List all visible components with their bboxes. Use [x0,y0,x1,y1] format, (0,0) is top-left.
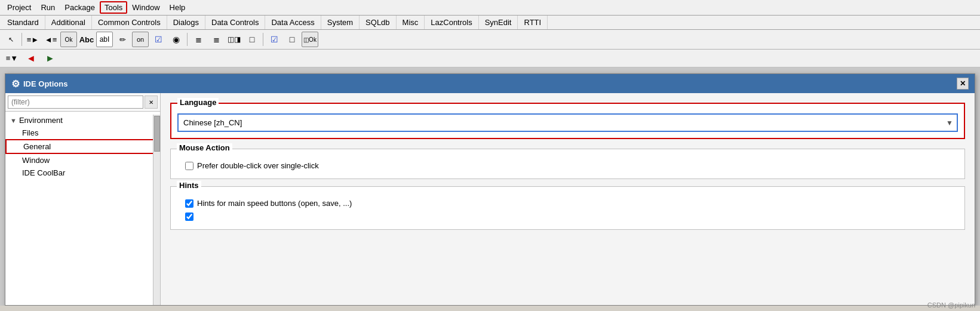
prefer-double-click-label: Prefer double-click over single-click [197,161,319,170]
tab-system[interactable]: System [321,16,360,29]
hints-extra-row [178,210,957,223]
dialog-titlebar: ⚙ IDE Options ✕ [5,74,975,93]
tab-sqldb[interactable]: SQLdb [360,16,396,29]
filter-input[interactable] [8,96,143,109]
tree-node-ide-coolbar[interactable]: IDE CoolBar [5,167,160,179]
toolbar-groupbox-btn[interactable]: □ [244,32,260,47]
menu-project[interactable]: Project [2,1,36,14]
tab-dialogs[interactable]: Dialogs [167,16,205,29]
tab-bar: Standard Additional Common Controls Dial… [0,16,980,30]
tree-expand-icon: ▼ [10,117,17,124]
toolbar-radio-btn[interactable]: ◉ [168,32,185,47]
hints-speed-buttons-label: Hints for main speed buttons (open, save… [197,199,352,208]
language-legend: Language [177,98,219,107]
toolbar-align-left-btn[interactable]: ◄≡ [42,32,59,47]
watermark: CSDN @pipikun [927,301,975,306]
prefer-double-click-checkbox[interactable] [185,162,193,170]
dialog-body: ✕ ▼ Environment Files General Window [5,93,975,305]
hints-body: Hints for main speed buttons (open, save… [171,187,964,229]
toolbar: ↖ ≡► ◄≡ Ok Abc abI ✏ on ☑ ◉ ≣ ≣ ◫◨ □ ☑ □… [0,30,980,50]
filter-clear-button[interactable]: ✕ [145,96,158,109]
hints-section: Hints Hints for main speed buttons (open… [170,186,965,230]
tree-content: ▼ Environment Files General Window IDE C… [5,112,160,305]
dialog-gear-icon: ⚙ [11,78,20,90]
toolbar-checklist-btn[interactable]: ☑ [266,32,282,47]
menu-bar: Project Run Package Tools Window Help [0,0,980,16]
toolbar-frame-btn[interactable]: □ [284,32,300,47]
tree-scrollbar-thumb [154,116,160,152]
toolbar-edit-btn[interactable]: abI [96,32,113,47]
tab-additional[interactable]: Additional [45,16,92,29]
tab-lazcontrols[interactable]: LazControls [425,16,478,29]
toolbar-align-right-btn[interactable]: ≡► [24,32,41,47]
dialog-title: IDE Options [23,79,67,88]
subtoolbar-forward-btn[interactable]: ► [42,51,59,66]
language-select-wrapper: Chinese [zh_CN] English German French Sp… [177,113,958,132]
toolbar-label-btn[interactable]: Abc [78,32,95,47]
toolbar-listbox-btn[interactable]: ≣ [190,32,207,47]
toolbar-sep-1 [21,33,22,46]
tab-data-controls[interactable]: Data Controls [205,16,265,29]
tab-synedit[interactable]: SynEdit [479,16,518,29]
hints-speed-buttons-checkbox[interactable] [185,199,193,208]
subtoolbar-menu-btn[interactable]: ≡▼ [4,51,20,66]
menu-package[interactable]: Package [60,1,100,14]
toolbar-checkbox-btn[interactable]: ☑ [150,32,167,47]
toolbar-toggle-btn[interactable]: on [132,32,149,47]
dialog-titlebar-left: ⚙ IDE Options [11,78,67,90]
menu-tools[interactable]: Tools [100,1,127,14]
language-field-group-body: Chinese [zh_CN] English German French Sp… [171,104,964,138]
tree-node-files[interactable]: Files [5,127,160,139]
hints-extra-checkbox[interactable] [185,213,193,221]
tree-node-files-label: Files [22,128,38,137]
toolbar-cursor-btn[interactable]: ↖ [2,32,19,47]
tree-node-window-label: Window [22,156,50,165]
tab-misc[interactable]: Misc [397,16,425,29]
tree-scrollbar[interactable] [153,115,160,305]
language-section: Language Chinese [zh_CN] English German … [170,103,965,139]
dialog-close-button[interactable]: ✕ [957,78,969,90]
toolbar-sep-3 [263,33,263,46]
menu-help[interactable]: Help [165,1,191,14]
mouse-action-body: Prefer double-click over single-click [171,149,964,178]
toolbar-actionlist-btn[interactable]: ◫Ok [302,32,318,47]
toolbar-button-btn[interactable]: Ok [60,32,77,47]
prefer-double-click-row: Prefer double-click over single-click [178,159,957,173]
tree-node-general[interactable]: General [5,139,160,154]
language-field-group: Language Chinese [zh_CN] English German … [171,104,964,138]
toolbar-combobox-btn[interactable]: ≣ [208,32,225,47]
subtoolbar-back-btn[interactable]: ◄ [23,51,39,66]
toolbar-scrollbar-btn[interactable]: ◫◨ [226,32,242,47]
hints-legend: Hints [177,181,201,190]
content-panel: Language Chinese [zh_CN] English German … [161,93,975,305]
hints-speed-buttons-row: Hints for main speed buttons (open, save… [178,196,957,210]
menu-window[interactable]: Window [127,1,164,14]
tree-node-environment[interactable]: ▼ Environment [5,114,160,127]
mouse-action-section: Mouse Action Prefer double-click over si… [170,149,965,179]
toolbar-sep-2 [187,33,188,46]
language-dropdown[interactable]: Chinese [zh_CN] English German French Sp… [177,113,958,132]
tab-standard[interactable]: Standard [1,16,45,29]
tree-node-ide-coolbar-label: IDE CoolBar [22,168,65,177]
mouse-action-legend: Mouse Action [177,143,232,152]
toolbar-memo-btn[interactable]: ✏ [114,32,131,47]
ide-options-dialog: ⚙ IDE Options ✕ ✕ ▼ Environment [5,73,975,306]
menu-run[interactable]: Run [36,1,60,14]
tree-node-environment-label: Environment [19,116,63,125]
tab-rtti[interactable]: RTTI [518,16,548,29]
filter-row: ✕ [5,93,160,112]
main-area: ⚙ IDE Options ✕ ✕ ▼ Environment [0,67,980,306]
sub-toolbar: ≡▼ ◄ ► [0,50,980,67]
tab-common-controls[interactable]: Common Controls [92,16,167,29]
tree-node-general-label: General [23,142,51,151]
tree-panel: ✕ ▼ Environment Files General Window [5,93,161,305]
tree-node-window[interactable]: Window [5,154,160,167]
tab-data-access[interactable]: Data Access [265,16,321,29]
